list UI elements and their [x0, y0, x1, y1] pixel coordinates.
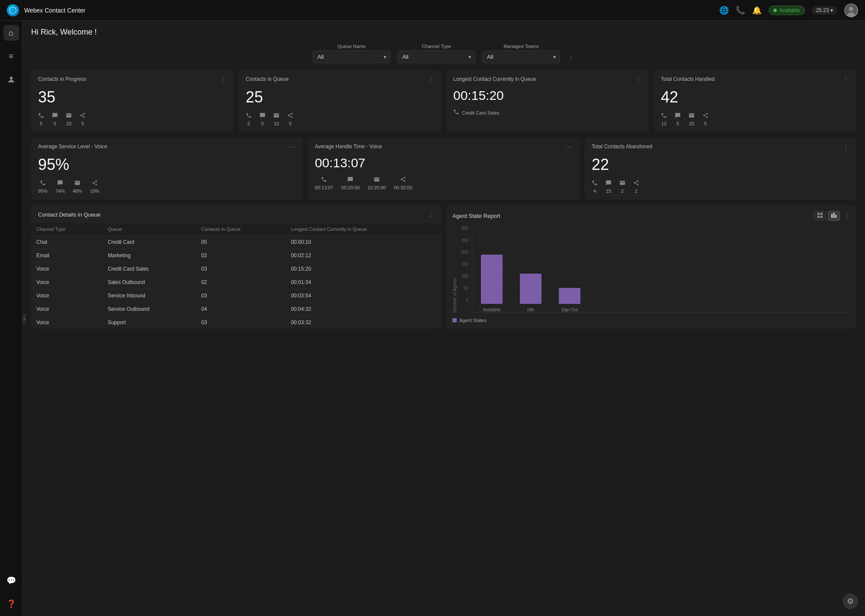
svg-rect-42 — [835, 215, 836, 218]
cell-contacts: 02 — [196, 249, 285, 262]
status-badge[interactable]: Available — [769, 6, 804, 15]
bar-available-label: Available — [483, 307, 500, 312]
queue-name-select[interactable]: All — [313, 51, 391, 63]
bar-idle: Idle — [520, 274, 541, 312]
th-social-icon — [702, 112, 708, 120]
asl-email-icon — [74, 180, 80, 187]
sidebar-item-contacts[interactable] — [3, 72, 19, 87]
voice-icon — [38, 112, 44, 120]
stats-cards-row2: Average Service Level - Voice ⋯ 95% 95% — [31, 137, 856, 200]
asl-channel-email: 48% — [73, 180, 82, 194]
agent-state-report-card: Agent State Report — [446, 205, 856, 329]
bar-sign-out-label: Sign Out — [561, 307, 578, 312]
cell-channel: Voice — [31, 316, 103, 329]
bar-sign-out-bar — [559, 288, 580, 304]
cell-contacts: 04 — [196, 303, 285, 316]
sidebar-item-home[interactable]: ⌂ — [3, 25, 19, 41]
cell-contacts: 03 — [196, 289, 285, 303]
contacts-in-progress-title: Contacts in Progress — [38, 76, 86, 83]
avg-service-level-channels: 95% 74% 48% — [38, 180, 296, 194]
cq-voice-icon — [246, 112, 252, 120]
timer-badge[interactable]: 25:23 ▾ — [812, 6, 837, 15]
phone-icon[interactable]: 📞 — [736, 6, 745, 15]
svg-point-23 — [96, 184, 97, 185]
total-abandoned-card: Total Contacts Abandoned ⋮ 22 4 — [585, 137, 856, 200]
app-logo — [7, 4, 19, 16]
cell-queue: Sales Outbound — [103, 276, 196, 289]
th-channel-email: 20 — [689, 112, 695, 126]
svg-point-22 — [93, 182, 94, 184]
main-content: › Hi Rick, Welcome ! Queue Name All Chan… — [22, 21, 865, 616]
channel-social: 5 — [80, 112, 86, 126]
col-longest-contact: Longest Contact Currently in Queue — [286, 223, 441, 236]
ta-channel-social: 1 — [633, 180, 639, 194]
grid-line-2 — [472, 240, 850, 241]
more-options-icon[interactable]: ⋮ — [567, 52, 575, 61]
cq-channel-chat: 5 — [260, 112, 266, 126]
avg-handle-time-menu[interactable]: ⋯ — [566, 144, 573, 150]
ta-voice-value: 4 — [593, 188, 596, 194]
table-row: Email Marketing 02 00:02:12 — [31, 249, 441, 262]
contacts-in-progress-value: 35 — [38, 88, 227, 106]
managed-teams-select[interactable]: All — [482, 51, 560, 63]
asl-voice-value: 95% — [38, 188, 48, 194]
cq-social-value: 5 — [289, 121, 292, 126]
sidebar-item-help[interactable]: ❓ — [3, 596, 19, 612]
asl-channel-chat: 74% — [55, 180, 65, 194]
email-icon — [66, 112, 72, 120]
th-voice-icon — [661, 112, 667, 120]
asl-social-value: 10% — [90, 188, 99, 194]
contacts-in-queue-menu[interactable]: ⋮ — [427, 76, 434, 83]
aht-chat-value: 00:20:00 — [341, 185, 360, 190]
total-abandoned-menu[interactable]: ⋮ — [843, 144, 849, 150]
globe-icon[interactable]: 🌐 — [719, 6, 729, 15]
chat-value: 5 — [54, 121, 56, 126]
chart-bar-view-btn[interactable] — [828, 211, 840, 221]
agent-chart-menu[interactable]: ⋮ — [843, 213, 850, 220]
bell-icon[interactable]: 🔔 — [752, 6, 762, 15]
user-avatar[interactable] — [844, 3, 858, 17]
channel-type-filter: Channel Type All — [397, 44, 475, 63]
ta-channel-chat: 15 — [606, 180, 612, 194]
svg-point-8 — [83, 116, 85, 118]
longest-contact-title: Longest Contact Currently in Queue — [453, 76, 536, 83]
sidebar-item-chat[interactable]: 💬 — [3, 573, 19, 588]
svg-point-6 — [83, 113, 85, 115]
settings-button[interactable]: ⚙ — [843, 594, 858, 609]
svg-point-11 — [291, 113, 293, 115]
svg-point-21 — [96, 180, 97, 182]
asl-social-icon — [92, 180, 98, 187]
svg-point-28 — [404, 180, 406, 182]
cq-social-icon — [287, 112, 293, 120]
cell-queue: Credit Card Sales — [103, 262, 196, 276]
contacts-in-progress-card: Contacts in Progress ⋮ 35 5 — [31, 70, 234, 132]
agent-state-bar-chart: Number of Agents 300 250 200 150 100 50 … — [452, 226, 850, 323]
cell-longest: 00:02:12 — [286, 249, 441, 262]
contacts-in-queue-value: 25 — [246, 88, 434, 106]
bottom-section: Contact Details in Queue ⋮ Channel Type … — [31, 205, 856, 329]
side-panel-toggle[interactable]: › — [22, 313, 26, 323]
avg-service-level-menu[interactable]: ⋯ — [289, 144, 296, 150]
cell-queue: Marketing — [103, 249, 196, 262]
cq-channel-voice: 5 — [246, 112, 252, 126]
page-title: Hi Rick, Welcome ! — [31, 28, 856, 37]
ta-channel-email: 2 — [619, 180, 625, 194]
table-row: Chat Credit Card 05 00:00:10 — [31, 236, 441, 249]
legend-color — [452, 318, 457, 322]
bar-idle-label: Idle — [527, 307, 534, 312]
svg-point-17 — [703, 115, 705, 116]
total-handled-menu[interactable]: ⋮ — [843, 76, 849, 83]
longest-contact-menu[interactable]: ⋮ — [635, 76, 642, 83]
sidebar-item-menu[interactable]: ≡ — [3, 48, 19, 64]
channel-type-select[interactable]: All — [397, 51, 475, 63]
table-card-menu[interactable]: ⋮ — [427, 211, 434, 218]
contact-details-table-card: Contact Details in Queue ⋮ Channel Type … — [31, 205, 441, 329]
ta-chat-icon — [606, 180, 612, 187]
contacts-in-progress-menu[interactable]: ⋮ — [220, 76, 227, 83]
aht-channel-email: 10:20:00 — [368, 176, 386, 190]
aht-email-value: 10:20:00 — [368, 185, 386, 190]
aht-voice-value: 00:13:07 — [315, 185, 333, 190]
svg-point-3 — [849, 6, 854, 11]
chart-grid-view-btn[interactable] — [814, 211, 826, 221]
bar-sign-out: Sign Out — [559, 288, 580, 312]
